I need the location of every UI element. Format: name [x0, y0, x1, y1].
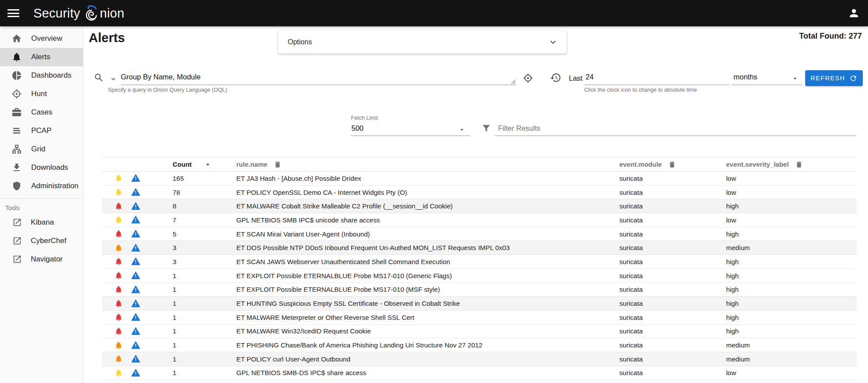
user-icon[interactable]	[848, 7, 860, 19]
sidebar-item-dashboards[interactable]: Dashboards	[0, 66, 83, 85]
count-cell[interactable]: 5	[173, 230, 236, 238]
sidebar-item-overview[interactable]: Overview	[0, 29, 83, 48]
count-cell[interactable]: 1	[173, 327, 236, 335]
rule-name-cell[interactable]: ET EXPLOIT Possible ETERNALBLUE Probe MS…	[236, 272, 619, 279]
severity-bell-icon[interactable]	[114, 229, 123, 238]
severity-bell-icon[interactable]	[114, 271, 123, 280]
event-module-cell[interactable]: suricata	[619, 202, 726, 210]
event-module-cell[interactable]: suricata	[619, 327, 726, 335]
severity-label-cell[interactable]: high	[726, 272, 857, 279]
sidebar-item-kibana[interactable]: Kibana	[0, 213, 83, 232]
severity-label-cell[interactable]: medium	[726, 341, 857, 349]
rule-name-cell[interactable]: ET PHISHING Chase/Bank of America Phishi…	[236, 341, 619, 349]
rule-name-cell[interactable]: ET JA3 Hash - [Abuse.ch] Possible Dridex	[236, 175, 619, 182]
count-cell[interactable]: 1	[173, 355, 236, 363]
count-cell[interactable]: 78	[173, 189, 236, 196]
rule-name-cell[interactable]: ET EXPLOIT Possible ETERNALBLUE Probe MS…	[236, 286, 619, 293]
severity-label-cell[interactable]: high	[726, 230, 857, 238]
severity-bell-icon[interactable]	[114, 327, 123, 336]
warning-triangle-icon[interactable]	[131, 285, 140, 294]
resize-handle-icon[interactable]	[511, 79, 516, 84]
rule-name-cell[interactable]: ET HUNTING Suspicious Empty SSL Certific…	[236, 300, 619, 307]
warning-triangle-icon[interactable]	[131, 229, 140, 238]
event-module-cell[interactable]: suricata	[619, 355, 726, 363]
event-module-cell[interactable]: suricata	[619, 369, 726, 376]
severity-label-cell[interactable]: high	[726, 327, 857, 335]
table-row[interactable]: 1 ET MALWARE Meterpreter or Other Revers…	[102, 311, 857, 325]
fetch-limit-select[interactable]: 500	[351, 123, 470, 136]
severity-label-cell[interactable]: high	[726, 286, 857, 293]
severity-label-cell[interactable]: medium	[726, 355, 857, 363]
severity-label-cell[interactable]: high	[726, 202, 857, 210]
sort-desc-icon[interactable]	[204, 161, 212, 168]
event-module-cell[interactable]: suricata	[619, 272, 726, 279]
time-unit-select[interactable]: months	[732, 70, 803, 85]
column-header-count[interactable]: Count	[173, 161, 212, 168]
rule-name-cell[interactable]: ET SCAN Mirai Variant User-Agent (Inboun…	[236, 230, 619, 238]
history-clock-icon[interactable]	[550, 72, 561, 83]
severity-bell-icon[interactable]	[114, 299, 123, 308]
count-cell[interactable]: 1	[173, 341, 236, 349]
count-cell[interactable]: 165	[173, 175, 236, 182]
warning-triangle-icon[interactable]	[131, 202, 140, 211]
table-row[interactable]: 3 ET DOS Possible NTP DDoS Inbound Frequ…	[102, 241, 857, 255]
table-row[interactable]: 1 GPL NETBIOS SMB-DS IPC$ share access s…	[102, 366, 857, 380]
severity-bell-icon[interactable]	[114, 174, 123, 183]
count-cell[interactable]: 1	[173, 286, 236, 293]
event-module-cell[interactable]: suricata	[619, 300, 726, 307]
rule-name-cell[interactable]: ET MALWARE Meterpreter or Other Reverse …	[236, 314, 619, 321]
event-module-cell[interactable]: suricata	[619, 258, 726, 265]
severity-bell-icon[interactable]	[114, 354, 123, 363]
sidebar-item-alerts[interactable]: Alerts	[0, 48, 83, 66]
target-icon[interactable]	[523, 73, 533, 83]
sidebar-item-pcap[interactable]: PCAP	[0, 122, 83, 140]
search-icon[interactable]	[94, 72, 104, 83]
warning-triangle-icon[interactable]	[131, 313, 140, 322]
severity-bell-icon[interactable]	[114, 369, 123, 377]
event-module-cell[interactable]: suricata	[619, 244, 726, 251]
event-module-cell[interactable]: suricata	[619, 286, 726, 293]
trash-icon[interactable]	[668, 161, 676, 168]
severity-bell-icon[interactable]	[114, 243, 123, 252]
sidebar-item-cyberchef[interactable]: CyberChef	[0, 232, 83, 250]
refresh-button[interactable]: REFRESH	[805, 70, 863, 86]
severity-label-cell[interactable]: medium	[726, 244, 857, 251]
table-row[interactable]: 78 ET POLICY OpenSSL Demo CA - Internet …	[102, 186, 857, 200]
event-module-cell[interactable]: suricata	[619, 189, 726, 196]
severity-bell-icon[interactable]	[114, 313, 123, 322]
severity-label-cell[interactable]: low	[726, 189, 857, 196]
warning-triangle-icon[interactable]	[131, 174, 140, 183]
warning-triangle-icon[interactable]	[131, 341, 140, 350]
severity-bell-icon[interactable]	[114, 285, 123, 294]
rule-name-cell[interactable]: ET MALWARE Win32/IcedID Request Cookie	[236, 327, 619, 335]
severity-bell-icon[interactable]	[114, 341, 123, 350]
table-row[interactable]: 1 ET PHISHING Chase/Bank of America Phis…	[102, 338, 857, 352]
column-header-event-module[interactable]: event.module	[619, 161, 676, 168]
table-row[interactable]: 3 ET SCAN JAWS Webserver Unauthenticated…	[102, 255, 857, 269]
severity-label-cell[interactable]: low	[726, 216, 857, 224]
sidebar-item-cases[interactable]: Cases	[0, 103, 83, 122]
event-module-cell[interactable]: suricata	[619, 341, 726, 349]
warning-triangle-icon[interactable]	[131, 299, 140, 308]
sidebar-item-administration[interactable]: Administration	[0, 177, 83, 195]
rule-name-cell[interactable]: ET POLICY curl User-Agent Outbound	[236, 355, 619, 363]
event-module-cell[interactable]: suricata	[619, 314, 726, 321]
severity-label-cell[interactable]: high	[726, 258, 857, 265]
table-row[interactable]: 1 ET EXPLOIT Possible ETERNALBLUE Probe …	[102, 269, 857, 283]
filter-results-input[interactable]: Filter Results	[495, 123, 857, 136]
table-row[interactable]: 165 ET JA3 Hash - [Abuse.ch] Possible Dr…	[102, 172, 857, 186]
table-row[interactable]: 1 ET POLICY curl User-Agent Outbound sur…	[102, 352, 857, 366]
sidebar-item-grid[interactable]: Grid	[0, 140, 83, 158]
warning-triangle-icon[interactable]	[131, 257, 140, 266]
table-row[interactable]: 1 ET EXPLOIT Possible ETERNALBLUE Probe …	[102, 283, 857, 297]
severity-bell-icon[interactable]	[114, 215, 123, 224]
rule-name-cell[interactable]: GPL NETBIOS SMB-DS IPC$ share access	[236, 369, 619, 376]
trash-icon[interactable]	[274, 161, 282, 168]
rule-name-cell[interactable]: ET POLICY OpenSSL Demo CA - Internet Wid…	[236, 189, 619, 196]
table-row[interactable]: 8 ET MALWARE Cobalt Strike Malleable C2 …	[102, 199, 857, 213]
severity-bell-icon[interactable]	[114, 188, 123, 197]
rule-name-cell[interactable]: ET DOS Possible NTP DDoS Inbound Frequen…	[236, 244, 619, 251]
warning-triangle-icon[interactable]	[131, 354, 140, 363]
table-row[interactable]: 1 ET HUNTING Suspicious Empty SSL Certif…	[102, 297, 857, 311]
count-cell[interactable]: 3	[173, 258, 236, 265]
